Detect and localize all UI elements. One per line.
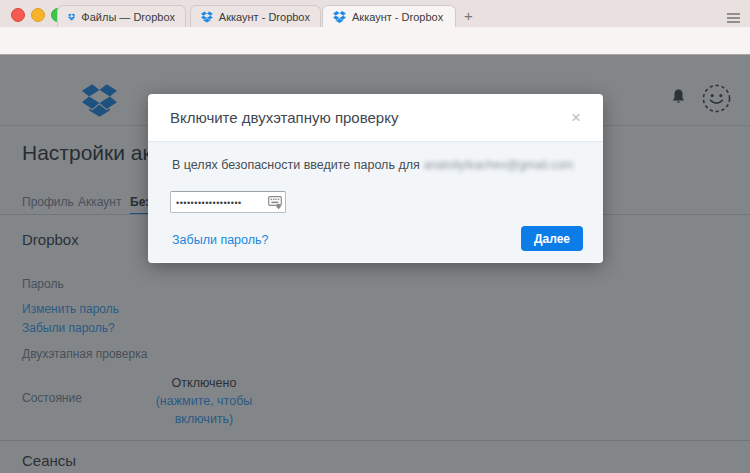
tab-title: Аккаунт - Dropbox bbox=[219, 11, 310, 23]
masked-email: anatoliytkachev@gmail.com bbox=[424, 158, 574, 172]
next-button[interactable]: Далее bbox=[521, 226, 583, 251]
new-tab-button[interactable]: + bbox=[464, 7, 473, 24]
browser-tab-files[interactable]: Файлы — Dropbox bbox=[57, 5, 186, 27]
two-step-modal: Включите двухэтапную проверку × В целях … bbox=[148, 94, 603, 263]
dropbox-favicon bbox=[201, 11, 213, 23]
modal-title: Включите двухэтапную проверку bbox=[170, 109, 398, 126]
browser-tab-account-2-active[interactable]: Аккаунт - Dropbox bbox=[322, 5, 456, 27]
browser-toolbar bbox=[0, 27, 750, 55]
tab-title: Файлы — Dropbox bbox=[81, 11, 175, 23]
window-minimize-button[interactable] bbox=[31, 8, 45, 22]
prompt-text: В целях безопасности введите пароль для bbox=[172, 158, 420, 172]
browser-tab-bar: Файлы — Dropbox Аккаунт - Dropbox Аккаун… bbox=[0, 0, 750, 27]
browser-tab-account-1[interactable]: Аккаунт - Dropbox bbox=[190, 5, 321, 27]
password-input[interactable] bbox=[171, 194, 266, 212]
password-manager-keyboard-icon[interactable] bbox=[268, 195, 282, 213]
tab-list-icon[interactable] bbox=[727, 9, 740, 27]
password-field-wrap bbox=[170, 191, 286, 213]
modal-prompt: В целях безопасности введите пароль дляa… bbox=[172, 158, 573, 172]
close-icon[interactable]: × bbox=[571, 109, 581, 126]
modal-body: В целях безопасности введите пароль дляa… bbox=[148, 142, 603, 262]
dropbox-favicon bbox=[333, 11, 346, 23]
modal-forgot-password-link[interactable]: Забыли пароль? bbox=[172, 233, 269, 247]
browser-window: Файлы — Dropbox Аккаунт - Dropbox Аккаун… bbox=[0, 0, 750, 473]
modal-header: Включите двухэтапную проверку × bbox=[148, 94, 603, 142]
dropbox-page: Настройки аккаунта Профиль Аккаунт Безоп… bbox=[0, 55, 750, 473]
tab-title: Аккаунт - Dropbox bbox=[352, 11, 443, 23]
dropbox-favicon bbox=[68, 11, 75, 23]
window-close-button[interactable] bbox=[11, 8, 25, 22]
